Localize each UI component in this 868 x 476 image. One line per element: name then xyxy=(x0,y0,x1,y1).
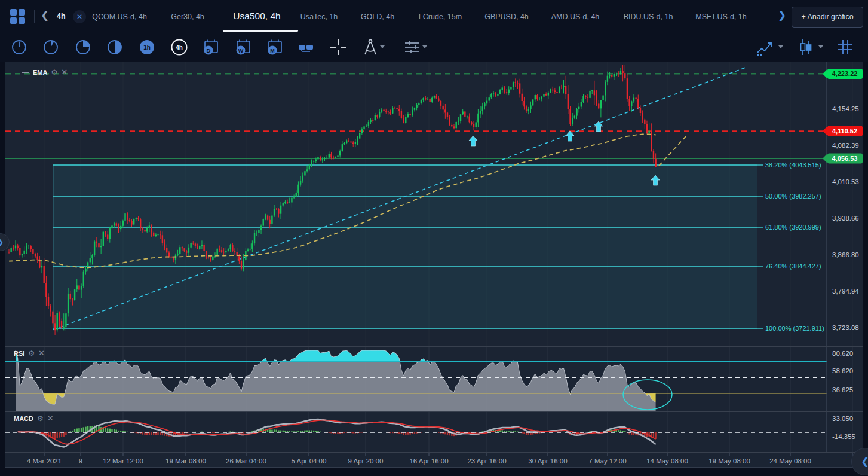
grid-menu-icon[interactable] xyxy=(10,9,26,25)
tab-bar: ❮ 4h ✕ QCOM.US-d, 4hGer30, 4hUsa500, 4hU… xyxy=(0,0,868,34)
tab-usatec[interactable]: UsaTec, 1h xyxy=(300,13,338,21)
timeframe-1m-icon[interactable] xyxy=(8,36,30,58)
candle-style-icon[interactable] xyxy=(795,36,816,58)
fib-level-label: 61.80% (3920.999) xyxy=(765,224,821,231)
price-tick-label: 3,794.94 xyxy=(832,288,859,295)
ema-close-icon[interactable]: ✕ xyxy=(61,68,68,77)
price-tick-label: 3,866.80 xyxy=(832,251,859,258)
time-axis[interactable]: 4 Mar 2021912 Mar 12:0019 Mar 08:0026 Ma… xyxy=(5,452,863,468)
price-tick-label: 3,938.66 xyxy=(832,215,859,222)
ema-line-sample xyxy=(22,72,29,73)
macd-tick-label: 33.050 xyxy=(832,415,853,422)
tab-lcrude[interactable]: LCrude, 15m xyxy=(419,13,462,21)
rsi-label: RSI xyxy=(14,350,24,357)
svg-text:D: D xyxy=(207,47,211,54)
svg-text:M: M xyxy=(270,48,275,54)
indicators-icon[interactable] xyxy=(401,36,423,58)
timeframe-15m-icon[interactable] xyxy=(72,36,94,58)
time-tick-label: 9 xyxy=(79,457,82,465)
svg-text:W: W xyxy=(238,48,244,54)
drawing-tools-caret-icon[interactable] xyxy=(380,45,385,48)
divider xyxy=(771,10,771,23)
tab-qcom.us-d[interactable]: QCOM.US-d, 4h xyxy=(92,13,147,21)
time-tick-label: 14 May 08:00 xyxy=(646,457,688,465)
time-tick-label: 24 May 08:00 xyxy=(769,457,811,465)
chart-toolbar: 1h 4h D W M xyxy=(0,33,868,62)
chart-style-caret-icon[interactable] xyxy=(778,45,783,48)
chart-style-line-icon[interactable] xyxy=(754,36,776,58)
fib-level-label: 100.00% (3721.911) xyxy=(765,325,824,332)
candle-style-caret-icon[interactable] xyxy=(818,45,823,48)
ema-settings-icon[interactable]: ⚙ xyxy=(51,68,57,77)
timeframe-4h-icon[interactable]: 4h xyxy=(168,36,190,58)
grid-layout-icon[interactable] xyxy=(835,36,856,58)
macd-settings-icon[interactable]: ⚙ xyxy=(37,414,44,423)
chart-widget[interactable]: 38.20% (4043.515)50.00% (3982.257)61.80%… xyxy=(5,62,863,468)
tick-chart-icon[interactable] xyxy=(295,36,317,58)
active-tab-underline xyxy=(223,30,298,32)
buy-signal-arrow-icon xyxy=(469,136,477,146)
trading-app: ❮ 4h ✕ QCOM.US-d, 4hGer30, 4hUsa500, 4hU… xyxy=(0,0,868,476)
price-badge: 4,110.52 xyxy=(832,127,857,135)
time-tick-label: 12 Mar 12:00 xyxy=(103,457,143,465)
rsi-settings-icon[interactable]: ⚙ xyxy=(28,349,35,358)
time-tick-label: 7 May 12:00 xyxy=(588,457,626,465)
macd-close-icon[interactable]: ✕ xyxy=(47,414,54,423)
buy-signal-arrow-icon xyxy=(594,121,603,132)
tab-bidu.us-d[interactable]: BIDU.US-d, 1h xyxy=(624,13,673,21)
price-tick-label: 4,154.25 xyxy=(832,105,859,112)
tabs-scroll-left-icon[interactable]: ❮ xyxy=(41,9,49,22)
rsi-legend: RSI ⚙ ✕ xyxy=(14,349,45,358)
time-tick-label: 16 Apr 16:00 xyxy=(409,457,448,465)
timeframe-1h-icon[interactable]: 1h xyxy=(136,36,158,58)
price-badge: 4,056.53 xyxy=(832,155,858,162)
svg-text:1h: 1h xyxy=(143,44,151,51)
timeframe-5m-icon[interactable] xyxy=(40,36,62,58)
rsi-tick-label: 36.625 xyxy=(832,386,853,393)
add-chart-button[interactable]: + Añadir gráfico xyxy=(792,7,863,28)
time-tick-label: 4 Mar 2021 xyxy=(27,457,62,465)
timeframe-day-icon[interactable]: D xyxy=(200,36,222,58)
ema-legend: EMA ⚙ ✕ xyxy=(22,68,68,77)
divider xyxy=(34,10,35,23)
tab-usa500[interactable]: Usa500, 4h xyxy=(233,11,280,22)
drawing-tools-icon[interactable] xyxy=(360,36,381,58)
rsi-close-icon[interactable]: ✕ xyxy=(38,349,45,358)
price-badge: 4,223.22 xyxy=(832,70,858,77)
indicators-caret-icon[interactable] xyxy=(422,45,427,48)
macd-legend: MACD ⚙ ✕ xyxy=(14,414,54,423)
main-price-chart[interactable]: 38.20% (4043.515)50.00% (3982.257)61.80%… xyxy=(5,62,863,346)
crosshair-icon[interactable] xyxy=(327,36,349,58)
timeframe-month-icon[interactable]: M xyxy=(264,36,286,58)
tab-close-icon[interactable]: ✕ xyxy=(73,10,86,23)
macd-panel[interactable]: 33.050-14.355 xyxy=(5,411,863,452)
timeframe-week-icon[interactable]: W xyxy=(232,36,254,58)
fib-level-label: 76.40% (3844.427) xyxy=(765,263,821,270)
time-tick-label: 30 Apr 16:00 xyxy=(528,457,567,465)
tabs-scroll-right-icon[interactable]: ❯ xyxy=(778,9,786,22)
macd-tick-label: -14.355 xyxy=(832,433,855,440)
time-tick-label: 26 Mar 04:00 xyxy=(226,457,266,465)
time-tick-label: 9 Apr 20:00 xyxy=(348,457,384,465)
fib-level-label: 50.00% (3982.257) xyxy=(765,193,821,200)
tab-gold[interactable]: GOLD, 4h xyxy=(361,13,394,21)
partial-tab-label[interactable]: 4h xyxy=(57,12,66,20)
time-tick-label: 19 May 08:00 xyxy=(708,457,750,465)
fib-level-label: 38.20% (4043.515) xyxy=(765,161,821,169)
tab-msft.us-d[interactable]: MSFT.US-d, 1h xyxy=(695,13,746,21)
buy-signal-arrow-icon xyxy=(566,131,574,141)
time-tick-label: 5 Apr 04:00 xyxy=(292,457,327,465)
rsi-panel[interactable]: 80.62058.62036.625 xyxy=(5,346,863,411)
ema-label: EMA xyxy=(33,69,47,76)
macd-label: MACD xyxy=(14,415,33,422)
price-tick-label: 4,082.39 xyxy=(832,142,859,149)
svg-text:4h: 4h xyxy=(176,44,183,51)
tab-ger30[interactable]: Ger30, 4h xyxy=(171,13,204,21)
time-tick-label: 23 Apr 16:00 xyxy=(467,457,506,465)
tab-amd.us-d[interactable]: AMD.US-d, 4h xyxy=(551,13,600,21)
rsi-tick-label: 58.620 xyxy=(832,367,853,374)
time-tick-label: 19 Mar 08:00 xyxy=(165,457,206,465)
price-tick-label: 3,723.08 xyxy=(832,324,859,331)
tab-gbpusd[interactable]: GBPUSD, 4h xyxy=(484,13,529,21)
timeframe-30m-icon[interactable] xyxy=(104,36,125,58)
